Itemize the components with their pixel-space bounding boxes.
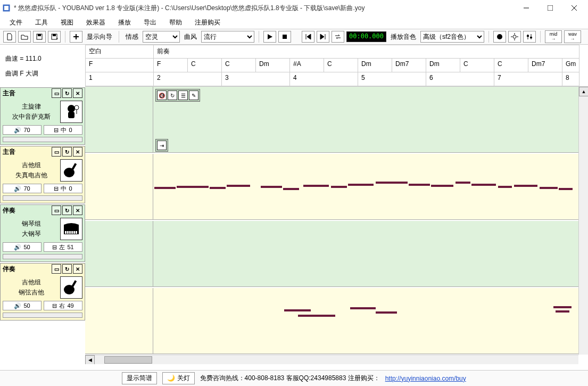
midi-note[interactable]	[350, 307, 376, 309]
midi-note[interactable]	[283, 188, 299, 190]
grid-cell[interactable]: 1	[86, 72, 154, 86]
track-lane[interactable]	[85, 221, 578, 287]
midi-note[interactable]	[261, 186, 282, 188]
volume-box[interactable]: 🔊70	[3, 125, 42, 135]
pan-box[interactable]: ⊟中0	[44, 184, 82, 193]
grid-cell[interactable]: 前奏	[154, 45, 579, 59]
menu-4[interactable]: 播放	[113, 17, 136, 28]
grid-cell[interactable]: 2	[154, 72, 222, 86]
instrument-icon[interactable]	[60, 276, 82, 299]
track-close-button[interactable]: ✕	[73, 206, 82, 215]
track-expand-button[interactable]: ▭	[52, 206, 61, 215]
instrument-icon[interactable]	[60, 101, 82, 123]
play-button[interactable]	[263, 31, 276, 43]
brightness-button[interactable]	[508, 31, 521, 43]
refresh-icon[interactable]: ↻	[168, 91, 177, 100]
volume-slider[interactable]	[3, 313, 82, 318]
track-lane[interactable]	[85, 288, 578, 354]
track-expand-button[interactable]: ▭	[52, 88, 61, 98]
track-expand-button[interactable]: ▭	[52, 147, 61, 157]
track-close-button[interactable]: ✕	[73, 264, 82, 274]
menu-5[interactable]: 导出	[138, 17, 162, 28]
vertical-scrollbar[interactable]: ▲	[578, 87, 588, 355]
grid-cell[interactable]: Gm	[562, 59, 579, 72]
buy-link[interactable]: http://yuyinniaoniao.com/buy	[385, 375, 466, 382]
midi-note[interactable]	[284, 309, 311, 311]
menu-7[interactable]: 注册购买	[189, 17, 226, 28]
pan-box[interactable]: ⊟左51	[44, 242, 82, 252]
instrument-icon[interactable]	[60, 218, 82, 240]
midi-note[interactable]	[471, 184, 496, 186]
midi-note[interactable]	[227, 185, 250, 187]
midi-note[interactable]	[348, 184, 374, 186]
grid-cell[interactable]: C	[324, 59, 358, 72]
grid-cell[interactable]: Dm	[256, 59, 290, 72]
marker-icon[interactable]: ⇥	[157, 141, 167, 150]
grid-cell[interactable]: 6	[426, 72, 494, 86]
menu-6[interactable]: 帮助	[164, 17, 187, 28]
pan-box[interactable]: ⊟右49	[44, 301, 82, 310]
track-refresh-button[interactable]: ↻	[62, 264, 72, 274]
grid-cell[interactable]: #A	[290, 59, 324, 72]
grid-cell[interactable]: 8	[562, 72, 579, 86]
style-select[interactable]: 流行	[201, 31, 254, 43]
midi-note[interactable]	[154, 187, 176, 189]
track-refresh-button[interactable]: ↻	[62, 147, 72, 157]
volume-slider[interactable]	[3, 195, 82, 201]
grid-cell[interactable]: C	[494, 59, 528, 72]
edit-icon[interactable]: ✎	[189, 91, 198, 100]
track-refresh-button[interactable]: ↻	[62, 88, 72, 98]
midi-note[interactable]	[456, 182, 470, 184]
midi-note[interactable]	[498, 186, 512, 188]
grid-cell[interactable]: C	[460, 59, 494, 72]
midi-note[interactable]	[431, 185, 453, 187]
midi-note[interactable]	[298, 315, 335, 317]
light-button[interactable]: 🌙 关灯	[162, 372, 194, 384]
show-wizard-label[interactable]: 显示向导	[85, 32, 114, 42]
open-file-button[interactable]	[18, 31, 31, 43]
track-refresh-button[interactable]: ↻	[62, 206, 72, 215]
track-lane[interactable]	[85, 154, 578, 220]
midi-note[interactable]	[540, 187, 558, 189]
grid-cell[interactable]: 3	[222, 72, 290, 86]
export-wav-button[interactable]: wav→	[564, 30, 581, 43]
grid-cell[interactable]: 7	[494, 72, 562, 86]
midi-note[interactable]	[556, 310, 569, 313]
save-button[interactable]	[33, 31, 46, 43]
grid-cell[interactable]: 4	[290, 72, 358, 86]
record-button[interactable]	[493, 31, 506, 43]
next-button[interactable]	[317, 31, 329, 43]
grid-cell[interactable]: C	[222, 59, 256, 72]
midi-note[interactable]	[177, 186, 209, 188]
midi-note[interactable]	[553, 306, 572, 308]
grid-cell[interactable]: F	[86, 59, 154, 72]
track-close-button[interactable]: ✕	[73, 147, 82, 157]
menu-0[interactable]: 文件	[4, 17, 28, 28]
engine-select[interactable]: 高级（sf2音色）	[420, 31, 484, 43]
export-mid-button[interactable]: mid→	[545, 30, 562, 43]
mixer-button[interactable]	[523, 31, 536, 43]
volume-box[interactable]: 🔊50	[3, 301, 42, 310]
midi-note[interactable]	[376, 182, 408, 184]
grid-cell[interactable]: Dm	[358, 59, 392, 72]
scroll-up-arrow[interactable]: ▲	[579, 87, 588, 96]
mute-icon[interactable]: 🔇	[157, 91, 167, 100]
menu-2[interactable]: 视图	[55, 17, 79, 28]
midi-note[interactable]	[210, 187, 226, 189]
instrument-icon[interactable]	[60, 159, 82, 182]
scroll-thumb[interactable]	[104, 356, 152, 364]
scroll-left-arrow[interactable]: ◀	[85, 355, 95, 365]
midi-note[interactable]	[303, 185, 329, 187]
horizontal-scrollbar[interactable]: ◀	[85, 355, 578, 364]
grid-cell[interactable]: C	[188, 59, 222, 72]
volume-slider[interactable]	[3, 254, 82, 259]
jianpu-button[interactable]: 显示简谱	[122, 372, 157, 384]
volume-box[interactable]: 🔊70	[3, 184, 42, 193]
track-close-button[interactable]: ✕	[73, 88, 82, 98]
list-icon[interactable]: ☰	[178, 91, 188, 100]
wizard-icon[interactable]	[70, 31, 82, 43]
midi-note[interactable]	[409, 184, 430, 186]
volume-box[interactable]: 🔊50	[3, 242, 42, 252]
midi-note[interactable]	[331, 186, 347, 188]
lane-marker[interactable]: ⇥	[155, 139, 168, 152]
